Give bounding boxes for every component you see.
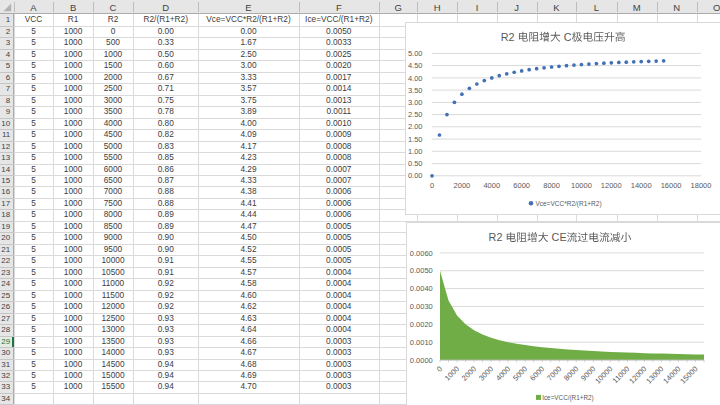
svg-text:4000: 4000 bbox=[483, 181, 500, 190]
svg-text:11000: 11000 bbox=[611, 364, 632, 385]
svg-text:3000: 3000 bbox=[477, 364, 495, 382]
svg-text:12000: 12000 bbox=[601, 181, 622, 190]
svg-text:2000: 2000 bbox=[454, 181, 471, 190]
svg-text:12000: 12000 bbox=[627, 364, 648, 385]
svg-text:10000: 10000 bbox=[571, 181, 592, 190]
svg-text:13000: 13000 bbox=[644, 364, 665, 385]
svg-text:0: 0 bbox=[430, 181, 434, 190]
svg-text:3.50: 3.50 bbox=[408, 85, 423, 94]
svg-text:5.00: 5.00 bbox=[408, 49, 423, 58]
svg-text:0.0040: 0.0040 bbox=[410, 284, 433, 293]
svg-text:3.00: 3.00 bbox=[408, 98, 423, 107]
svg-text:7000: 7000 bbox=[545, 364, 563, 382]
svg-text:0.0010: 0.0010 bbox=[410, 338, 433, 347]
svg-text:1000: 1000 bbox=[443, 364, 461, 382]
svg-text:18000: 18000 bbox=[691, 181, 712, 190]
svg-text:4.50: 4.50 bbox=[408, 61, 423, 70]
svg-text:2000: 2000 bbox=[460, 364, 478, 382]
svg-text:5000: 5000 bbox=[511, 364, 529, 382]
svg-text:16000: 16000 bbox=[661, 181, 682, 190]
svg-text:0.50: 0.50 bbox=[408, 159, 423, 168]
svg-text:0.0000: 0.0000 bbox=[410, 355, 433, 364]
svg-text:4000: 4000 bbox=[494, 364, 512, 382]
svg-text:4.00: 4.00 bbox=[408, 73, 423, 82]
svg-text:C: C bbox=[564, 30, 572, 42]
svg-text:2.50: 2.50 bbox=[408, 110, 423, 119]
svg-text:8000: 8000 bbox=[562, 364, 580, 382]
svg-text:0.00: 0.00 bbox=[408, 171, 423, 180]
svg-text:R2: R2 bbox=[501, 30, 515, 42]
svg-text:Vce=VCC*R2/(R1+R2): Vce=VCC*R2/(R1+R2) bbox=[535, 199, 602, 208]
svg-text:10000: 10000 bbox=[593, 364, 614, 385]
svg-text:8000: 8000 bbox=[543, 181, 560, 190]
svg-text:1.00: 1.00 bbox=[408, 146, 423, 155]
svg-text:R2: R2 bbox=[489, 231, 503, 243]
svg-text:0.0020: 0.0020 bbox=[410, 320, 433, 329]
svg-text:6000: 6000 bbox=[513, 181, 530, 190]
svg-text:Ice=VCC/(R1+R2): Ice=VCC/(R1+R2) bbox=[542, 393, 594, 402]
svg-text:1.50: 1.50 bbox=[408, 134, 423, 143]
svg-text:CE: CE bbox=[552, 231, 567, 243]
svg-text:0.0060: 0.0060 bbox=[410, 248, 433, 257]
svg-text:15000: 15000 bbox=[678, 364, 699, 385]
svg-text:14000: 14000 bbox=[661, 364, 682, 385]
svg-text:14000: 14000 bbox=[631, 181, 652, 190]
svg-text:6000: 6000 bbox=[528, 364, 546, 382]
svg-text:0.0030: 0.0030 bbox=[410, 302, 433, 311]
svg-text:0: 0 bbox=[435, 364, 444, 373]
svg-text:2.00: 2.00 bbox=[408, 122, 423, 131]
svg-text:0.0050: 0.0050 bbox=[410, 266, 433, 275]
